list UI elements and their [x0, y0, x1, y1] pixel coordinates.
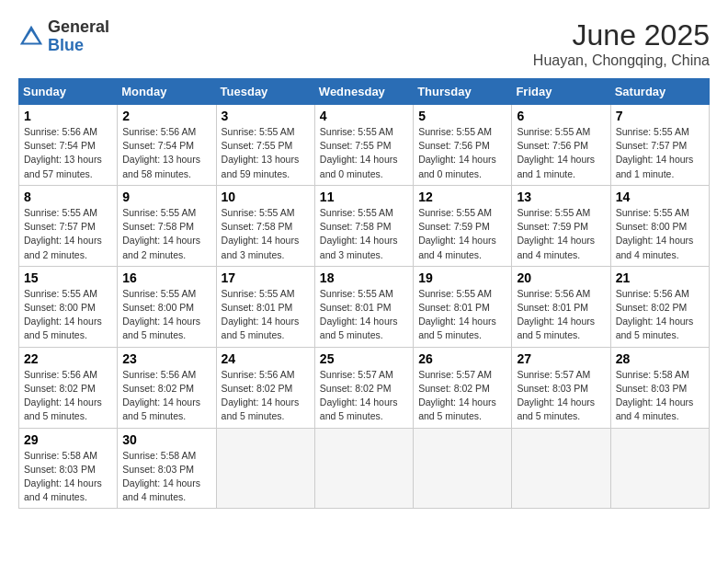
logo-icon: [18, 24, 44, 50]
calendar-cell: 20Sunrise: 5:56 AM Sunset: 8:01 PM Dayli…: [512, 266, 610, 347]
day-number: 1: [24, 109, 112, 123]
day-info: Sunrise: 5:55 AM Sunset: 8:01 PM Dayligh…: [222, 287, 310, 343]
day-number: 24: [222, 351, 310, 366]
day-info: Sunrise: 5:57 AM Sunset: 8:02 PM Dayligh…: [320, 368, 408, 424]
calendar-cell: [610, 428, 709, 509]
day-number: 27: [517, 351, 605, 366]
calendar-cell: 30Sunrise: 5:58 AM Sunset: 8:03 PM Dayli…: [118, 428, 216, 509]
day-number: 8: [24, 190, 112, 204]
day-number: 15: [24, 270, 112, 285]
logo-blue: Blue: [48, 36, 84, 54]
calendar-header-monday: Monday: [118, 79, 216, 105]
day-number: 22: [24, 351, 112, 366]
calendar-cell: 3Sunrise: 5:55 AM Sunset: 7:55 PM Daylig…: [216, 105, 314, 186]
day-number: 2: [122, 109, 210, 123]
day-number: 4: [320, 109, 408, 123]
day-info: Sunrise: 5:55 AM Sunset: 8:00 PM Dayligh…: [24, 287, 112, 343]
day-info: Sunrise: 5:55 AM Sunset: 7:56 PM Dayligh…: [517, 125, 605, 181]
calendar-table: SundayMondayTuesdayWednesdayThursdayFrid…: [18, 78, 710, 509]
calendar-header-sunday: Sunday: [19, 79, 118, 105]
day-number: 14: [616, 190, 704, 204]
calendar-cell: 29Sunrise: 5:58 AM Sunset: 8:03 PM Dayli…: [19, 428, 118, 509]
calendar-header-friday: Friday: [512, 79, 610, 105]
day-number: 25: [320, 351, 408, 366]
day-info: Sunrise: 5:55 AM Sunset: 7:58 PM Dayligh…: [222, 206, 310, 262]
calendar-cell: 25Sunrise: 5:57 AM Sunset: 8:02 PM Dayli…: [314, 347, 413, 428]
calendar-cell: 1Sunrise: 5:56 AM Sunset: 7:54 PM Daylig…: [19, 105, 118, 186]
day-info: Sunrise: 5:55 AM Sunset: 7:57 PM Dayligh…: [24, 206, 112, 262]
day-number: 20: [517, 270, 605, 285]
day-number: 10: [222, 190, 310, 204]
day-number: 26: [418, 351, 506, 366]
calendar-header-tuesday: Tuesday: [216, 79, 314, 105]
calendar-cell: 19Sunrise: 5:55 AM Sunset: 8:01 PM Dayli…: [414, 266, 512, 347]
day-number: 29: [24, 432, 112, 447]
day-info: Sunrise: 5:55 AM Sunset: 7:55 PM Dayligh…: [320, 125, 408, 181]
day-info: Sunrise: 5:55 AM Sunset: 7:58 PM Dayligh…: [122, 206, 210, 262]
calendar-cell: 14Sunrise: 5:55 AM Sunset: 8:00 PM Dayli…: [610, 185, 709, 266]
day-number: 6: [517, 109, 605, 123]
day-info: Sunrise: 5:55 AM Sunset: 8:01 PM Dayligh…: [418, 287, 506, 343]
day-info: Sunrise: 5:58 AM Sunset: 8:03 PM Dayligh…: [616, 368, 704, 424]
day-number: 30: [122, 432, 210, 447]
logo: General Blue: [18, 18, 109, 55]
calendar-header-saturday: Saturday: [610, 79, 709, 105]
calendar-week-3: 15Sunrise: 5:55 AM Sunset: 8:00 PM Dayli…: [19, 266, 710, 347]
day-info: Sunrise: 5:56 AM Sunset: 7:54 PM Dayligh…: [122, 125, 210, 181]
day-info: Sunrise: 5:56 AM Sunset: 8:02 PM Dayligh…: [222, 368, 310, 424]
day-info: Sunrise: 5:55 AM Sunset: 8:00 PM Dayligh…: [122, 287, 210, 343]
calendar-cell: 5Sunrise: 5:55 AM Sunset: 7:56 PM Daylig…: [414, 105, 512, 186]
day-number: 23: [122, 351, 210, 366]
day-number: 28: [616, 351, 704, 366]
calendar-cell: 16Sunrise: 5:55 AM Sunset: 8:00 PM Dayli…: [118, 266, 216, 347]
day-number: 7: [616, 109, 704, 123]
day-info: Sunrise: 5:56 AM Sunset: 7:54 PM Dayligh…: [24, 125, 112, 181]
day-info: Sunrise: 5:58 AM Sunset: 8:03 PM Dayligh…: [122, 449, 210, 505]
calendar-header-wednesday: Wednesday: [314, 79, 413, 105]
day-info: Sunrise: 5:56 AM Sunset: 8:02 PM Dayligh…: [616, 287, 704, 343]
calendar-week-1: 1Sunrise: 5:56 AM Sunset: 7:54 PM Daylig…: [19, 105, 710, 186]
logo-text: General Blue: [48, 18, 109, 55]
calendar-cell: 23Sunrise: 5:56 AM Sunset: 8:02 PM Dayli…: [118, 347, 216, 428]
logo-general: General: [48, 17, 109, 36]
day-number: 12: [418, 190, 506, 204]
day-number: 11: [320, 190, 408, 204]
calendar-cell: 21Sunrise: 5:56 AM Sunset: 8:02 PM Dayli…: [610, 266, 709, 347]
day-number: 17: [222, 270, 310, 285]
day-info: Sunrise: 5:55 AM Sunset: 8:00 PM Dayligh…: [616, 206, 704, 262]
calendar-cell: 7Sunrise: 5:55 AM Sunset: 7:57 PM Daylig…: [610, 105, 709, 186]
calendar-cell: 27Sunrise: 5:57 AM Sunset: 8:03 PM Dayli…: [512, 347, 610, 428]
day-info: Sunrise: 5:56 AM Sunset: 8:02 PM Dayligh…: [24, 368, 112, 424]
page-header: General Blue June 2025 Huayan, Chongqing…: [18, 18, 710, 69]
calendar-cell: [216, 428, 314, 509]
day-info: Sunrise: 5:57 AM Sunset: 8:03 PM Dayligh…: [517, 368, 605, 424]
day-info: Sunrise: 5:55 AM Sunset: 7:59 PM Dayligh…: [418, 206, 506, 262]
day-info: Sunrise: 5:55 AM Sunset: 7:56 PM Dayligh…: [418, 125, 506, 181]
calendar-cell: 6Sunrise: 5:55 AM Sunset: 7:56 PM Daylig…: [512, 105, 610, 186]
calendar-cell: 28Sunrise: 5:58 AM Sunset: 8:03 PM Dayli…: [610, 347, 709, 428]
calendar-body: 1Sunrise: 5:56 AM Sunset: 7:54 PM Daylig…: [19, 105, 710, 509]
day-number: 9: [122, 190, 210, 204]
location: Huayan, Chongqing, China: [533, 52, 710, 69]
calendar-week-5: 29Sunrise: 5:58 AM Sunset: 8:03 PM Dayli…: [19, 428, 710, 509]
day-info: Sunrise: 5:57 AM Sunset: 8:02 PM Dayligh…: [418, 368, 506, 424]
day-number: 5: [418, 109, 506, 123]
calendar-cell: 4Sunrise: 5:55 AM Sunset: 7:55 PM Daylig…: [314, 105, 413, 186]
calendar-cell: 22Sunrise: 5:56 AM Sunset: 8:02 PM Dayli…: [19, 347, 118, 428]
calendar-cell: 24Sunrise: 5:56 AM Sunset: 8:02 PM Dayli…: [216, 347, 314, 428]
day-number: 13: [517, 190, 605, 204]
day-info: Sunrise: 5:56 AM Sunset: 8:01 PM Dayligh…: [517, 287, 605, 343]
day-number: 21: [616, 270, 704, 285]
day-info: Sunrise: 5:55 AM Sunset: 7:55 PM Dayligh…: [222, 125, 310, 181]
day-info: Sunrise: 5:55 AM Sunset: 8:01 PM Dayligh…: [320, 287, 408, 343]
calendar-cell: 11Sunrise: 5:55 AM Sunset: 7:58 PM Dayli…: [314, 185, 413, 266]
calendar-cell: 26Sunrise: 5:57 AM Sunset: 8:02 PM Dayli…: [414, 347, 512, 428]
day-info: Sunrise: 5:55 AM Sunset: 7:58 PM Dayligh…: [320, 206, 408, 262]
day-number: 16: [122, 270, 210, 285]
day-info: Sunrise: 5:55 AM Sunset: 7:57 PM Dayligh…: [616, 125, 704, 181]
calendar-cell: 12Sunrise: 5:55 AM Sunset: 7:59 PM Dayli…: [414, 185, 512, 266]
calendar-cell: 17Sunrise: 5:55 AM Sunset: 8:01 PM Dayli…: [216, 266, 314, 347]
calendar-cell: 8Sunrise: 5:55 AM Sunset: 7:57 PM Daylig…: [19, 185, 118, 266]
calendar-cell: 2Sunrise: 5:56 AM Sunset: 7:54 PM Daylig…: [118, 105, 216, 186]
day-number: 19: [418, 270, 506, 285]
